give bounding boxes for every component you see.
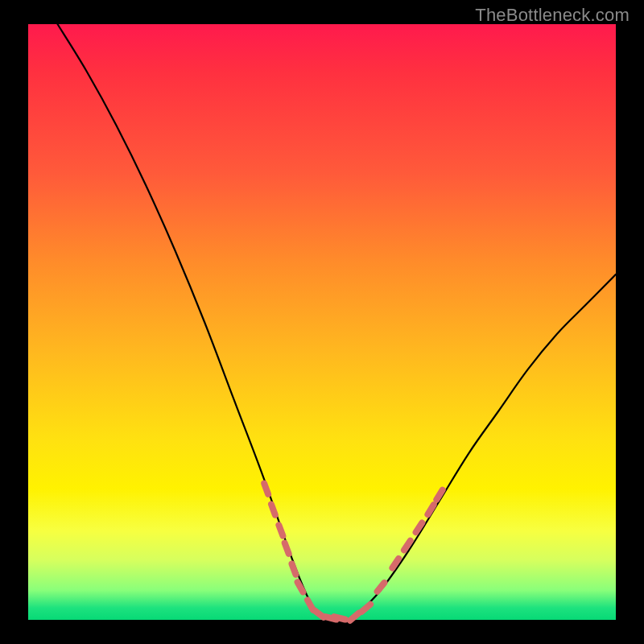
highlight-dash [361,605,370,612]
highlight-dash [264,484,268,494]
highlight-dash [350,613,359,621]
bottleneck-curve [58,24,617,621]
highlight-dash [315,610,324,617]
highlight-dash [285,543,289,554]
curve-layer [28,24,616,620]
highlight-dash [308,600,313,609]
highlight-dash [292,564,296,575]
plot-area [28,24,616,620]
highlight-dashes [264,484,443,621]
highlight-dash [334,617,345,619]
watermark-text: TheBottleneck.com [475,5,630,26]
highlight-dash [271,505,275,515]
highlight-dash [378,583,385,592]
highlight-dash [279,525,283,535]
chart-frame: TheBottleneck.com [0,0,644,644]
